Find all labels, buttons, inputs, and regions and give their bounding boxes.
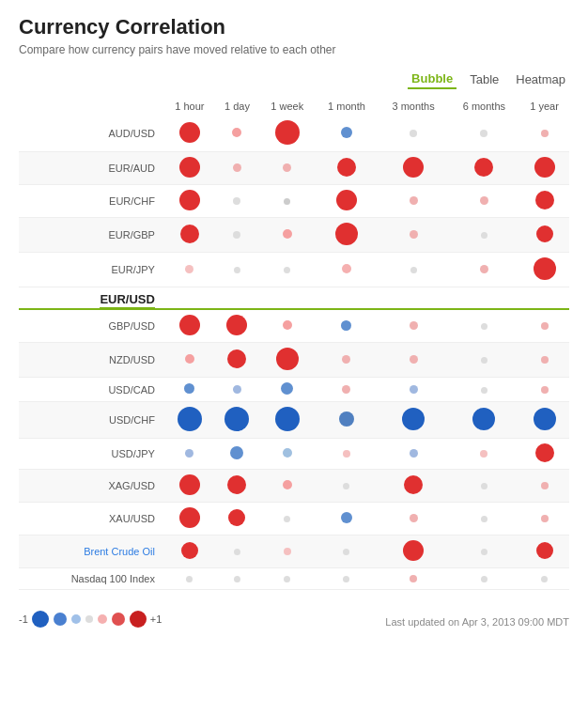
bubble: [480, 196, 488, 205]
bubble-cell: [259, 503, 315, 536]
legend-bubble: [32, 611, 49, 628]
legend-row: -1 +1 Last updated on Apr 3, 2013 09:00 …: [19, 599, 569, 628]
bubble: [341, 127, 352, 138]
bubble: [184, 383, 194, 394]
bubble-cell: [164, 503, 215, 536]
col-header: 6 months: [449, 97, 519, 116]
bubble-cell: [215, 116, 259, 152]
bubble-cell: [164, 218, 215, 253]
table-row: EUR/AUD: [19, 152, 569, 185]
bubble: [534, 257, 556, 280]
bubble-cell: [378, 402, 448, 439]
bubble-cell: [215, 402, 259, 439]
bubble: [541, 130, 549, 137]
bubble-cell: [449, 253, 519, 287]
legend-pos-label: +1: [150, 613, 162, 625]
bubble: [410, 230, 418, 239]
bubble-cell: [164, 116, 215, 152]
bubble: [410, 267, 417, 273]
bubble: [410, 385, 418, 394]
bubble: [343, 549, 349, 555]
view-btn-bubble[interactable]: Bubble: [408, 70, 456, 89]
table-row: EUR/JPY: [19, 253, 569, 287]
pair-label: XAU/USD: [19, 503, 164, 536]
bubble: [234, 576, 240, 582]
bubble: [227, 475, 246, 494]
pair-label: EUR/USD: [19, 287, 164, 310]
bubble: [403, 157, 424, 178]
bubble-cell: [519, 287, 569, 310]
pair-label: Nasdaq 100 Index: [19, 568, 164, 590]
bubble-cell: [449, 402, 519, 439]
bubble: [541, 515, 549, 522]
bubble-cell: [164, 378, 215, 402]
bubble: [283, 448, 292, 458]
bubble: [227, 349, 246, 368]
bubble: [410, 130, 417, 137]
table-row: Brent Crude Oil: [19, 536, 569, 568]
bubble: [410, 514, 418, 522]
bubble-cell: [164, 185, 215, 218]
bubble-cell: [378, 568, 448, 590]
bubble-cell: [519, 116, 569, 152]
bubble-cell: [378, 116, 448, 152]
page-title: Currency Correlation: [19, 15, 569, 39]
bubble-cell: [519, 309, 569, 343]
legend: -1 +1: [19, 611, 162, 628]
view-toggle: Bubble Table Heatmap: [19, 70, 569, 89]
bubble-cell: [449, 503, 519, 536]
view-btn-table[interactable]: Table: [466, 70, 503, 88]
bubble: [284, 198, 290, 205]
legend-bubble: [98, 614, 107, 624]
bubble: [233, 231, 240, 239]
pair-label: EUR/JPY: [19, 253, 164, 287]
bubble: [535, 191, 554, 210]
bubble-cell: [259, 378, 315, 402]
bubble-cell: [164, 152, 215, 185]
bubble-cell: [378, 218, 448, 253]
bubble: [185, 354, 194, 364]
bubble-cell: [259, 185, 315, 218]
bubble: [179, 190, 200, 210]
table-row: NZD/USD: [19, 343, 569, 378]
table-row: USD/CHF: [19, 402, 569, 439]
bubble-cell: [259, 152, 315, 185]
bubble-cell: [378, 152, 448, 185]
bubble: [283, 229, 292, 239]
bubble: [342, 264, 351, 273]
bubble-cell: [316, 309, 379, 343]
table-row: EUR/USD: [19, 287, 569, 310]
bubble-cell: [378, 253, 448, 287]
view-btn-heatmap[interactable]: Heatmap: [512, 70, 569, 88]
bubble-cell: [378, 470, 448, 503]
bubble-cell: [316, 402, 379, 439]
bubble: [474, 158, 493, 177]
bubble-cell: [449, 568, 519, 590]
bubble: [404, 475, 423, 494]
bubble: [185, 265, 193, 273]
bubble-cell: [215, 503, 259, 536]
bubble: [233, 385, 241, 394]
bubble: [186, 576, 193, 582]
bubble-cell: [215, 253, 259, 287]
bubble-cell: [378, 439, 448, 470]
bubble-cell: [316, 568, 379, 590]
bubble-cell: [316, 253, 379, 287]
bubble: [233, 163, 241, 172]
bubble: [341, 320, 351, 331]
pair-label: USD/JPY: [19, 439, 164, 470]
bubble: [335, 223, 358, 245]
bubble-cell: [215, 536, 259, 568]
bubble-cell: [316, 470, 379, 503]
bubble: [339, 411, 354, 427]
bubble: [481, 323, 487, 330]
bubble-cell: [449, 439, 519, 470]
bubble: [234, 549, 240, 555]
bubble-cell: [259, 343, 315, 378]
bubble-cell: [378, 343, 448, 378]
bubble: [410, 355, 418, 364]
bubble-cell: [316, 503, 379, 536]
bubble-cell: [215, 568, 259, 590]
bubble: [284, 516, 290, 522]
bubble: [185, 449, 193, 458]
